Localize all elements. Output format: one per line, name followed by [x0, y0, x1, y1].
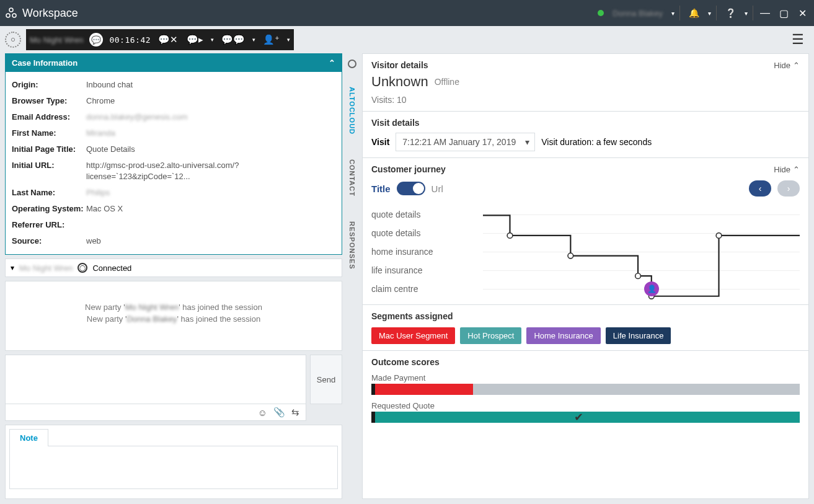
main-layout: Case Information ⌃ Origin:Inbound chatBr…	[0, 53, 814, 504]
interaction-config-icon[interactable]	[5, 32, 21, 48]
case-information-panel: Case Information ⌃ Origin:Inbound chatBr…	[5, 53, 342, 255]
case-info-row: Browser Type:Chrome	[12, 93, 335, 109]
end-chat-icon[interactable]: 💬✕	[157, 34, 179, 45]
note-body[interactable]	[9, 446, 338, 489]
presence-indicator-icon	[598, 10, 604, 16]
case-info-row: Origin:Inbound chat	[12, 77, 335, 93]
current-user-name[interactable]: Donna Blakey	[613, 9, 663, 18]
window-minimize-icon[interactable]: —	[761, 9, 769, 17]
case-field-label: Initial Page Title:	[12, 144, 86, 155]
case-info-title: Case Information	[12, 58, 77, 68]
chevron-up-icon: ⌃	[793, 165, 800, 174]
case-field-label: First Name:	[12, 128, 86, 139]
journey-prev-button[interactable]: ‹	[749, 180, 771, 197]
case-field-label: Referrer URL:	[12, 219, 86, 231]
case-info-row: Referrer URL:	[12, 217, 335, 233]
case-field-value: web	[86, 236, 335, 247]
journey-title-url-toggle[interactable]	[397, 182, 425, 195]
outcome-fill	[375, 412, 800, 423]
journey-mode-title: Title	[371, 183, 391, 194]
checkmark-icon: ✔	[574, 410, 583, 424]
hide-journey-button[interactable]: Hide ⌃	[774, 165, 800, 174]
outcome-fill	[375, 384, 473, 395]
attachment-icon[interactable]: 📎	[273, 407, 285, 418]
chat-channel-icon: 💬	[89, 33, 103, 46]
case-field-label: Initial URL:	[12, 160, 86, 182]
outcome-label: Requested Quote	[371, 401, 800, 410]
hide-visitor-button[interactable]: Hide ⌃	[774, 61, 800, 70]
journey-title: Customer journey	[371, 164, 446, 174]
case-field-value: Inbound chat	[86, 79, 335, 91]
emoji-icon[interactable]: ☺	[258, 407, 267, 418]
visitor-details-section: Visitor details Hide ⌃ Unknown Offline V…	[363, 54, 808, 112]
segment-badge: Life Insurance	[606, 327, 671, 344]
case-info-row: First Name:Miranda	[12, 125, 335, 141]
journey-mode-url: Url	[431, 183, 443, 194]
chevron-down-icon[interactable]: ▾	[708, 10, 711, 17]
svg-point-6	[635, 273, 641, 279]
journey-chart: quote detailsquote detailshome insurance…	[371, 205, 800, 298]
cobrowse-icon[interactable]: ⇆	[291, 407, 299, 418]
menu-icon[interactable]: ☰	[787, 29, 809, 50]
segment-badge: Home Insurance	[526, 327, 600, 344]
chat-connection-status: ▾ Mo Night Wren ◯ Connected	[5, 259, 342, 277]
chevron-down-icon[interactable]: ▾	[287, 37, 290, 43]
case-field-label: Origin:	[12, 79, 86, 91]
left-column: Case Information ⌃ Origin:Inbound chatBr…	[5, 53, 342, 499]
visitor-details-title: Visitor details	[371, 60, 428, 70]
tab-contact[interactable]: CONTACT	[347, 153, 357, 203]
tab-responses[interactable]: RESPONSES	[347, 215, 357, 275]
window-close-icon[interactable]: ✕	[798, 9, 807, 17]
interaction-toolbar: Mo Night Wren 💬 00:16:42 💬✕ 💬▸ ▾ 💬💬 ▾ 👤⁺…	[0, 26, 814, 53]
segments-title: Segments assigned	[371, 311, 453, 321]
compose-row: Send	[5, 355, 342, 404]
send-button[interactable]: Send	[310, 355, 342, 404]
outcome-scores-section: Outcome scores Made PaymentRequested Quo…	[363, 351, 808, 429]
chevron-down-icon[interactable]: ▾	[11, 263, 14, 272]
case-info-row: Last Name:Philips	[12, 185, 335, 201]
conference-icon[interactable]: 💬💬	[220, 34, 246, 45]
chevron-down-icon[interactable]: ▾	[671, 10, 675, 17]
notifications-icon[interactable]: 🔔	[685, 6, 703, 20]
chevron-down-icon[interactable]: ▾	[745, 10, 748, 17]
svg-point-8	[716, 233, 722, 239]
compose-tools: ☺ 📎 ⇆	[5, 404, 306, 421]
chat-party-name: Mo Night Wren	[19, 263, 73, 273]
svg-point-0	[9, 8, 13, 12]
svg-point-5	[568, 253, 573, 259]
customer-journey-section: Customer journey Hide ⌃ Title Url ‹ › qu…	[363, 158, 808, 305]
outcome-track	[371, 384, 800, 395]
visit-details-title: Visit details	[371, 118, 420, 128]
chevron-up-icon: ⌃	[793, 61, 800, 70]
connection-state: Connected	[92, 263, 131, 273]
note-tab[interactable]: Note	[9, 429, 48, 446]
case-info-row: Initial URL:http://gmsc-prod-use2.alto-u…	[12, 157, 335, 185]
case-info-row: Source:web	[12, 233, 335, 249]
help-icon[interactable]: ❔	[722, 6, 740, 20]
svg-point-1	[6, 14, 10, 17]
case-field-value: Quote Details	[86, 144, 335, 155]
journey-row-label: life insurance	[371, 261, 483, 280]
visitor-name: Unknown	[371, 74, 428, 90]
chat-input[interactable]	[5, 355, 306, 404]
journey-next-button: ›	[777, 180, 800, 197]
collapse-icon[interactable]: ⌃	[329, 58, 335, 68]
interaction-timer: 00:16:42	[109, 35, 151, 45]
visit-selector-dropdown[interactable]: 7:12:21 AM January 17, 2019	[396, 133, 535, 151]
chevron-down-icon[interactable]: ▾	[252, 37, 255, 43]
case-field-value: Miranda	[86, 128, 335, 139]
consult-icon[interactable]: 👤⁺	[262, 34, 281, 45]
case-field-label: Source:	[12, 236, 86, 247]
transfer-icon[interactable]: 💬▸	[185, 34, 205, 45]
svg-point-4	[507, 233, 513, 239]
chevron-down-icon[interactable]: ▾	[211, 37, 214, 43]
outcome-label: Made Payment	[371, 373, 800, 382]
tab-altocloud[interactable]: ALTOCLOUD	[347, 81, 357, 141]
window-maximize-icon[interactable]: ▢	[779, 9, 788, 17]
outcome-track: ✔	[371, 412, 800, 423]
collapse-side-icon[interactable]	[348, 60, 356, 68]
app-title: Workspace	[22, 7, 598, 20]
visit-label: Visit	[371, 137, 389, 147]
side-tab-rail: ALTOCLOUD CONTACT RESPONSES	[346, 53, 358, 499]
case-info-header[interactable]: Case Information ⌃	[6, 54, 342, 72]
